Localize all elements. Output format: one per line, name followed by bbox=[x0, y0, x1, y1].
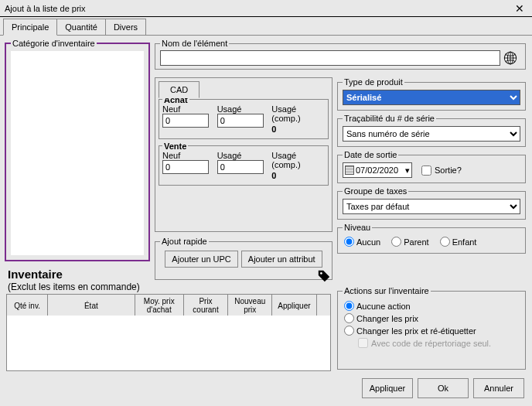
level-parent-radio[interactable]: Parent bbox=[391, 237, 428, 247]
close-icon[interactable]: ✕ bbox=[512, 2, 527, 15]
vente-usagecomp-value: 0 bbox=[271, 169, 325, 180]
th-prixcourant[interactable]: Prix courant bbox=[183, 295, 227, 317]
tax-group-select[interactable]: Taxes par défaut bbox=[343, 199, 520, 214]
serial-trace-label: Traçabilité du # de série bbox=[343, 114, 436, 123]
tab-quantite[interactable]: Quantité bbox=[56, 19, 106, 36]
achat-usagecomp-label: Usagé (comp.) bbox=[271, 104, 325, 123]
window-title: Ajout à la liste de prix bbox=[5, 4, 86, 13]
serial-trace-group: Traçabilité du # de série Sans numéro de… bbox=[337, 114, 526, 147]
quick-add-group: Ajout rapide Ajouter un UPC Ajouter un a… bbox=[155, 237, 332, 280]
level-label: Niveau bbox=[343, 223, 372, 232]
tax-group-group: Groupe de taxes Taxes par défaut bbox=[337, 186, 526, 220]
vente-title: Vente bbox=[162, 142, 188, 151]
svg-point-3 bbox=[320, 272, 322, 275]
level-group: Niveau Aucun Parent Enfant bbox=[337, 223, 526, 254]
th-etat[interactable]: État bbox=[48, 295, 135, 317]
vente-usage-label: Usagé bbox=[217, 151, 271, 160]
release-date-group: Date de sortie 07/02/2020 ▾ Sortie? bbox=[337, 150, 526, 183]
apply-button[interactable]: Appliquer bbox=[362, 378, 413, 398]
currency-tab-cad[interactable]: CAD bbox=[159, 81, 200, 98]
inventory-category-list[interactable] bbox=[11, 51, 144, 255]
th-qte[interactable]: Qté inv. bbox=[7, 295, 48, 317]
achat-neuf-input[interactable] bbox=[162, 114, 209, 128]
tab-strip: Principale Quantité Divers bbox=[3, 19, 532, 36]
sortie-checkbox[interactable] bbox=[421, 165, 431, 176]
achat-neuf-label: Neuf bbox=[162, 104, 216, 114]
sortie-checkbox-wrap[interactable]: Sortie? bbox=[421, 165, 462, 176]
inventory-category-label: Catégorie d'inventaire bbox=[11, 39, 97, 48]
vente-group: Vente Neuf Usagé Usagé (comp.) 0 bbox=[159, 145, 329, 186]
tag-icon[interactable] bbox=[317, 269, 331, 283]
inventory-actions-group: Actions sur l'inventaire Aucune action C… bbox=[337, 286, 526, 370]
element-name-input[interactable] bbox=[160, 50, 500, 66]
slot-code-label: Avec code de répertoriage seul. bbox=[371, 339, 491, 348]
chevron-down-icon[interactable]: ▾ bbox=[405, 165, 410, 176]
inventory-title: Inventaire bbox=[8, 268, 63, 281]
vente-neuf-input[interactable] bbox=[162, 160, 209, 174]
ok-button[interactable]: Ok bbox=[418, 378, 469, 398]
pricing-panel: CAD Achat Neuf Usagé Usagé (comp.) 0 Ven… bbox=[155, 77, 332, 232]
slot-code-checkbox-wrap: Avec code de répertoriage seul. bbox=[358, 338, 520, 348]
vente-usagecomp-label: Usagé (comp.) bbox=[271, 151, 325, 169]
invaction-none-radio[interactable]: Aucune action bbox=[344, 301, 519, 311]
invaction-retag-radio[interactable]: Changer les prix et ré-étiquetter bbox=[344, 326, 519, 336]
th-spacer bbox=[316, 295, 330, 317]
inventory-actions-label: Actions sur l'inventaire bbox=[343, 286, 431, 295]
vente-usage-input[interactable] bbox=[217, 160, 264, 174]
inventory-category-group: Catégorie d'inventaire bbox=[5, 39, 150, 261]
achat-usage-input[interactable] bbox=[217, 114, 264, 128]
th-appliquer[interactable]: Appliquer bbox=[272, 295, 316, 317]
product-type-label: Type de produit bbox=[343, 77, 404, 87]
serial-trace-select[interactable]: Sans numéro de série bbox=[343, 126, 520, 142]
achat-group: Achat Neuf Usagé Usagé (comp.) 0 bbox=[159, 99, 329, 139]
add-attribute-button[interactable]: Ajouter un attribut bbox=[241, 251, 322, 268]
tab-divers[interactable]: Divers bbox=[105, 19, 146, 36]
add-upc-button[interactable]: Ajouter un UPC bbox=[165, 251, 237, 268]
invaction-change-radio[interactable]: Changer les prix bbox=[344, 313, 519, 323]
inventory-table: Qté inv. État Moy. prix d'achat Prix cou… bbox=[6, 294, 331, 317]
cancel-button[interactable]: Annuler bbox=[473, 378, 524, 398]
product-type-group: Type de produit Sérialisé bbox=[337, 77, 526, 111]
inventory-subtitle: (Exclut les items en commande) bbox=[8, 281, 140, 292]
release-date-label: Date de sortie bbox=[343, 150, 398, 159]
inventory-table-body[interactable] bbox=[6, 316, 331, 371]
slot-code-checkbox bbox=[358, 338, 368, 348]
level-enfant-radio[interactable]: Enfant bbox=[440, 237, 477, 247]
release-date-input[interactable]: 07/02/2020 ▾ bbox=[343, 162, 412, 178]
product-type-select[interactable]: Sérialisé bbox=[343, 90, 520, 105]
th-nouveauprix[interactable]: Nouveau prix bbox=[228, 295, 272, 317]
tax-group-label: Groupe de taxes bbox=[343, 186, 408, 196]
globe-icon[interactable] bbox=[503, 51, 517, 65]
release-date-value: 07/02/2020 bbox=[356, 165, 398, 175]
calendar-icon bbox=[345, 165, 354, 175]
th-moyprix[interactable]: Moy. prix d'achat bbox=[135, 295, 183, 317]
element-name-label: Nom de l'élément bbox=[160, 39, 229, 48]
tab-principale[interactable]: Principale bbox=[3, 19, 57, 36]
level-aucun-radio[interactable]: Aucun bbox=[344, 237, 380, 247]
achat-usagecomp-value: 0 bbox=[271, 123, 325, 134]
element-name-group: Nom de l'élément bbox=[155, 39, 526, 70]
sortie-label: Sortie? bbox=[435, 165, 462, 175]
quick-add-title: Ajout rapide bbox=[160, 237, 209, 246]
achat-usage-label: Usagé bbox=[217, 104, 271, 114]
vente-neuf-label: Neuf bbox=[162, 151, 216, 160]
